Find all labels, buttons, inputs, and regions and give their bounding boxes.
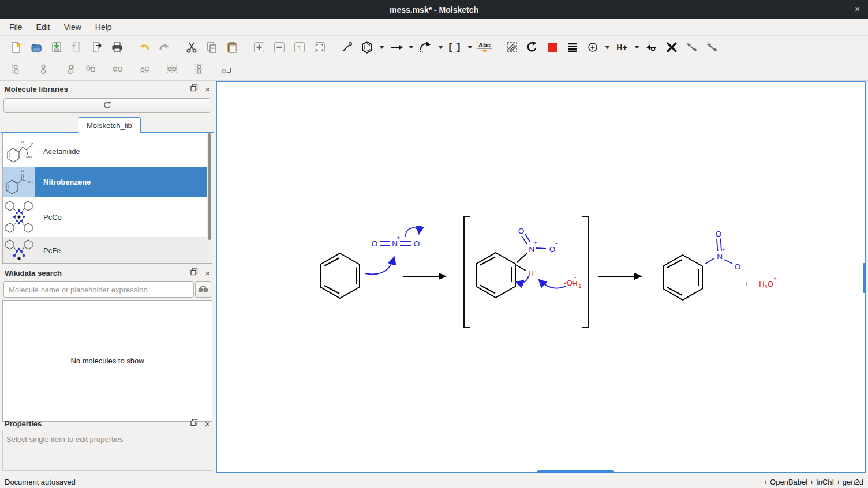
properties-close-button[interactable]: × [205,419,210,428]
draw-bond-button[interactable] [336,37,357,57]
paste-button[interactable] [222,37,242,57]
library-refresh-button[interactable] [3,98,211,113]
mechanism-arrow-dropdown[interactable] [436,37,445,57]
toolbar-separator [330,47,336,47]
charge-tool-button[interactable] [582,37,603,57]
library-item-pcco[interactable]: PcCo [3,197,207,237]
align-vertical-center-button[interactable] [33,59,53,79]
charge-plus: + [722,247,725,253]
menu-help[interactable]: Help [88,20,119,34]
redo-button[interactable] [154,37,174,57]
toolbar-separator [26,69,33,70]
reaction-arrow-dropdown[interactable] [406,37,416,57]
thumb-atom-label: O [31,142,34,146]
charge-tool-dropdown[interactable] [603,37,612,57]
ring-tool-dropdown[interactable] [377,37,386,57]
transform-tool-2-button[interactable] [702,37,722,57]
window-close-button[interactable]: × [855,4,860,14]
cut-button[interactable] [181,37,201,57]
molsketch-window: mess.msk* - Molsketch × File Edit View H… [0,0,868,488]
charge-minus: - [574,274,576,280]
properties-float-button[interactable] [190,419,198,428]
hydrogen-tool-dropdown[interactable] [632,37,641,57]
color-picker-button[interactable] [542,37,562,57]
rotate-icon [526,41,538,54]
text-tool-icon: Abc [477,42,492,52]
toolbar-separator [128,69,134,70]
bracket-tool-button[interactable]: [ ] [445,37,465,57]
copy-button[interactable] [201,37,222,57]
subscript: 3 [764,284,767,290]
align-right-icon [65,63,76,75]
hatch-tool-button[interactable] [502,37,522,57]
text-tool-label: Abc [477,42,492,49]
wikidata-search-button[interactable] [195,281,211,298]
redo-icon [158,41,171,54]
zoom-fit-button[interactable] [309,37,330,57]
set-angle-icon [220,63,232,75]
thumb-atom-label: OH [28,180,33,183]
wikidata-close-button[interactable]: × [205,269,210,277]
libraries-close-button[interactable]: × [205,85,210,93]
wikidata-float-button[interactable] [190,268,198,277]
connect-tool-button[interactable] [641,37,661,57]
text-tool-button[interactable]: Abc [474,37,495,57]
distribute-vertical-button[interactable] [189,59,209,79]
distribute-horizontal-button[interactable] [162,59,182,79]
library-scrollbar-thumb[interactable] [208,133,211,240]
print-button[interactable] [107,37,127,57]
mechanism-arrow-button[interactable] [416,37,436,57]
export-file-button[interactable] [87,37,107,57]
toolbar-separator [242,47,249,47]
curly-arrow-ch-to-ring [516,276,529,283]
rotate-tool-button[interactable] [522,37,542,57]
atom-o: O [716,230,722,238]
library-scrollbar[interactable] [207,133,212,263]
save-file-button[interactable] [46,37,66,57]
library-item-acetanilide[interactable]: H O CH3 Acetanilide [3,136,207,167]
delete-icon [665,41,678,54]
zoom-out-button[interactable] [269,37,289,57]
drawing-canvas[interactable]: O N + O [216,81,866,473]
align-left-button[interactable] [6,59,26,79]
align-bottom-button[interactable] [134,59,155,79]
zoom-original-button[interactable]: 1 [289,37,309,57]
libraries-float-button[interactable] [190,84,198,93]
toolbar-separator [127,47,134,47]
menu-file[interactable]: File [2,20,29,34]
save-file-icon [50,41,63,54]
bracket-tool-dropdown[interactable] [465,37,474,57]
pcfe-thumbnail [3,237,35,264]
delete-tool-button[interactable] [661,37,682,57]
align-top-button[interactable] [80,59,100,79]
tab-molsketch-lib[interactable]: Molsketch_lib [78,117,141,133]
hydrogen-tool-button[interactable]: H+ [612,37,632,57]
zoom-in-button[interactable] [249,37,269,57]
distribute-horizontal-icon [166,63,178,75]
distribute-vertical-icon [193,63,205,75]
library-item-pcfe[interactable]: PcFe [3,237,207,264]
benzene-reactant [320,253,360,298]
canvas-hscrollbar-thumb[interactable] [537,470,614,473]
ring-tool-button[interactable] [357,37,377,57]
wikidata-search-input[interactable] [3,281,194,298]
open-file-button[interactable] [26,37,46,57]
reaction-arrow-button[interactable] [386,37,406,57]
menu-view[interactable]: View [57,20,88,34]
menu-edit[interactable]: Edit [29,20,57,34]
align-right-button[interactable] [60,59,80,79]
new-file-icon [10,41,23,54]
new-file-button[interactable] [6,37,26,57]
window-title: mess.msk* - Molsketch [390,5,478,14]
align-horizontal-center-button[interactable] [107,59,128,79]
set-angle-button[interactable] [216,59,236,79]
plus-sign: + [744,280,749,288]
toolbar-separator [155,69,162,70]
undo-button[interactable] [134,37,154,57]
zoom-original-icon: 1 [293,41,306,54]
import-file-button[interactable] [66,37,87,57]
transform-tool-1-button[interactable] [682,37,702,57]
canvas-vscrollbar-thumb[interactable] [863,263,866,293]
line-width-button[interactable] [562,37,582,57]
library-item-nitrobenzene[interactable]: O OH Nitrobenzene [3,167,207,197]
